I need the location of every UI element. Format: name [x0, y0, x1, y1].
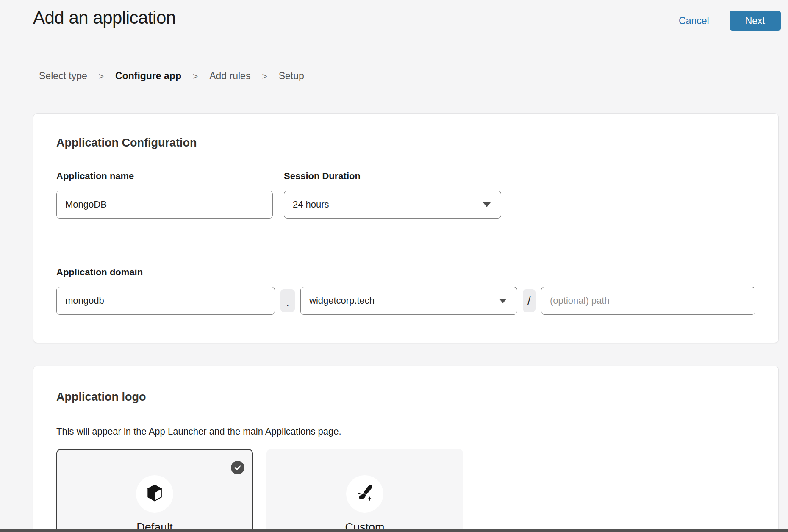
path-input[interactable]: [541, 287, 755, 315]
application-name-label: Application name: [56, 171, 273, 182]
slash-separator: /: [523, 289, 536, 312]
breadcrumb-separator: >: [262, 71, 267, 81]
paintbrush-icon: [355, 484, 374, 504]
custom-logo-circle: [346, 475, 383, 513]
logo-card-description: This will appear in the App Launcher and…: [56, 426, 755, 437]
breadcrumb-step-select-type[interactable]: Select type: [39, 70, 87, 82]
bottom-window-edge: [0, 529, 788, 532]
application-domain-label: Application domain: [56, 267, 755, 278]
session-duration-value: 24 hours: [293, 199, 329, 210]
breadcrumb: Select type > Configure app > Add rules …: [39, 70, 304, 82]
default-logo-circle: [136, 475, 173, 513]
application-name-field-group: Application name: [56, 171, 273, 219]
check-icon: [231, 461, 244, 474]
breadcrumb-step-add-rules: Add rules: [209, 70, 250, 82]
application-configuration-card: Application Configuration Application na…: [33, 113, 779, 343]
domain-select[interactable]: widgetcorp.tech: [300, 287, 517, 315]
domain-select-value: widgetcorp.tech: [309, 295, 375, 306]
session-duration-label: Session Duration: [284, 171, 501, 182]
logo-options: Default Custom: [56, 449, 755, 532]
cube-icon: [146, 484, 163, 504]
breadcrumb-separator: >: [193, 71, 198, 81]
page-title: Add an application: [33, 8, 176, 28]
session-duration-select[interactable]: 24 hours: [284, 191, 501, 219]
logo-option-custom[interactable]: Custom: [266, 449, 463, 532]
chevron-down-icon: [499, 299, 507, 303]
chevron-down-icon: [483, 202, 491, 207]
logo-card-title: Application logo: [56, 391, 755, 404]
session-duration-field-group: Session Duration 24 hours: [284, 171, 501, 219]
cancel-button[interactable]: Cancel: [679, 15, 709, 27]
application-logo-card: Application logo This will appear in the…: [33, 366, 779, 532]
application-domain-row: . widgetcorp.tech /: [56, 287, 755, 315]
next-button[interactable]: Next: [730, 11, 781, 31]
breadcrumb-step-setup: Setup: [279, 70, 304, 82]
header-actions: Cancel Next: [679, 11, 781, 31]
logo-option-default[interactable]: Default: [56, 449, 253, 532]
config-card-title: Application Configuration: [56, 136, 755, 150]
breadcrumb-step-configure-app: Configure app: [115, 70, 181, 82]
subdomain-input[interactable]: [56, 287, 275, 315]
application-name-input[interactable]: [56, 191, 273, 219]
dot-separator: .: [280, 289, 295, 312]
breadcrumb-separator: >: [99, 71, 104, 81]
